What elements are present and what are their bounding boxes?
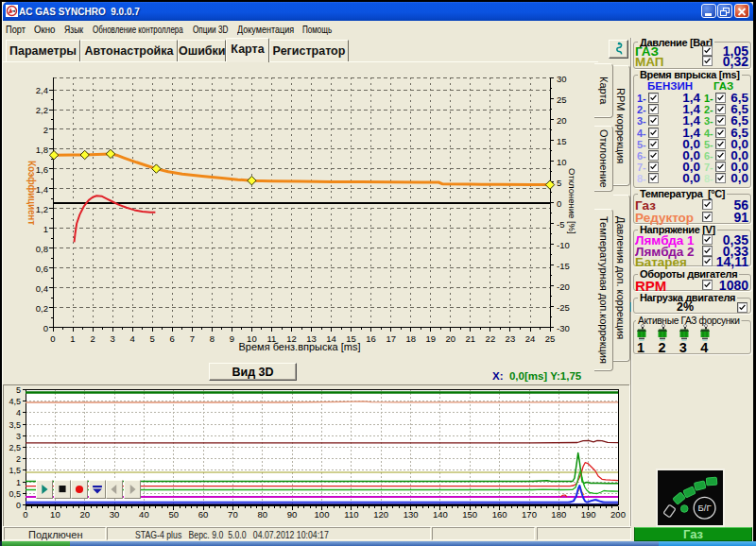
svg-text:1,4: 1,4 xyxy=(36,184,48,195)
svg-text:0,8: 0,8 xyxy=(36,244,48,254)
svg-text:7: 7 xyxy=(190,333,195,344)
svg-text:4,5: 4,5 xyxy=(9,397,21,406)
svg-text:150: 150 xyxy=(462,509,477,520)
svg-text:90: 90 xyxy=(287,509,298,520)
svg-text:180: 180 xyxy=(551,509,566,520)
svg-text:2,5: 2,5 xyxy=(9,443,21,452)
svg-text:3,5: 3,5 xyxy=(9,420,21,430)
svg-text:20: 20 xyxy=(446,333,456,344)
svg-text:1,6: 1,6 xyxy=(36,164,48,175)
svg-text:2: 2 xyxy=(16,454,21,464)
svg-text:1,5: 1,5 xyxy=(9,466,21,475)
svg-text:2: 2 xyxy=(43,125,48,135)
svg-text:Б/Г: Б/Г xyxy=(698,503,712,513)
svg-text:-15: -15 xyxy=(557,261,570,271)
svg-text:0,6: 0,6 xyxy=(36,264,48,274)
svg-text:1: 1 xyxy=(16,478,21,487)
svg-text:20: 20 xyxy=(557,115,567,126)
svg-text:110: 110 xyxy=(344,509,358,520)
svg-text:2,2: 2,2 xyxy=(36,105,48,115)
svg-text:20: 20 xyxy=(79,509,90,520)
svg-text:-25: -25 xyxy=(557,302,570,313)
svg-text:70: 70 xyxy=(228,509,238,520)
svg-text:4: 4 xyxy=(16,408,21,418)
svg-text:23: 23 xyxy=(506,333,516,344)
svg-text:10: 10 xyxy=(50,509,60,520)
svg-text:5: 5 xyxy=(150,333,155,344)
svg-text:-30: -30 xyxy=(557,323,570,333)
svg-text:1,8: 1,8 xyxy=(36,145,48,155)
svg-text:4: 4 xyxy=(130,333,135,344)
svg-text:0: 0 xyxy=(43,323,48,333)
svg-text:30: 30 xyxy=(110,509,120,520)
svg-text:21: 21 xyxy=(466,333,476,344)
svg-text:-5: -5 xyxy=(557,219,564,230)
svg-text:160: 160 xyxy=(492,509,507,520)
svg-text:2: 2 xyxy=(90,333,94,344)
svg-text:5: 5 xyxy=(16,385,21,395)
svg-text:1: 1 xyxy=(43,224,48,234)
svg-text:0,2: 0,2 xyxy=(36,303,48,314)
svg-text:19: 19 xyxy=(426,333,437,344)
svg-text:100: 100 xyxy=(315,509,330,520)
svg-text:6: 6 xyxy=(170,333,175,344)
svg-text:140: 140 xyxy=(433,509,448,520)
svg-text:25: 25 xyxy=(545,333,556,344)
svg-text:50: 50 xyxy=(169,509,180,520)
svg-text:16: 16 xyxy=(366,333,376,344)
svg-text:Время бенз.впрыска [ms]: Время бенз.впрыска [ms] xyxy=(239,341,361,352)
svg-text:2,4: 2,4 xyxy=(36,85,48,95)
svg-text:80: 80 xyxy=(258,509,268,520)
svg-text:24: 24 xyxy=(525,333,536,344)
svg-text:60: 60 xyxy=(198,509,209,520)
svg-text:25: 25 xyxy=(557,94,567,105)
svg-text:120: 120 xyxy=(373,509,388,520)
svg-text:0: 0 xyxy=(23,509,27,520)
svg-text:3: 3 xyxy=(110,333,114,344)
svg-text:30: 30 xyxy=(557,74,567,84)
svg-text:17: 17 xyxy=(386,333,396,344)
svg-text:22: 22 xyxy=(486,333,496,344)
svg-text:9: 9 xyxy=(230,333,234,344)
svg-text:-20: -20 xyxy=(557,282,570,292)
svg-text:0,4: 0,4 xyxy=(36,283,48,294)
svg-text:1,2: 1,2 xyxy=(36,204,48,214)
svg-text:0: 0 xyxy=(16,501,21,510)
svg-text:0: 0 xyxy=(50,333,55,344)
svg-text:0: 0 xyxy=(557,198,561,209)
svg-text:130: 130 xyxy=(404,509,419,520)
svg-text:18: 18 xyxy=(405,333,416,344)
svg-text:1: 1 xyxy=(70,333,75,344)
svg-text:190: 190 xyxy=(581,509,596,520)
svg-text:8: 8 xyxy=(210,333,215,344)
svg-text:3: 3 xyxy=(16,432,21,441)
svg-text:0,5: 0,5 xyxy=(9,489,21,499)
svg-text:200: 200 xyxy=(610,509,626,520)
svg-text:5: 5 xyxy=(557,178,561,188)
svg-text:170: 170 xyxy=(522,509,537,520)
svg-text:15: 15 xyxy=(557,136,567,146)
svg-text:40: 40 xyxy=(139,509,149,520)
svg-text:10: 10 xyxy=(557,157,567,167)
